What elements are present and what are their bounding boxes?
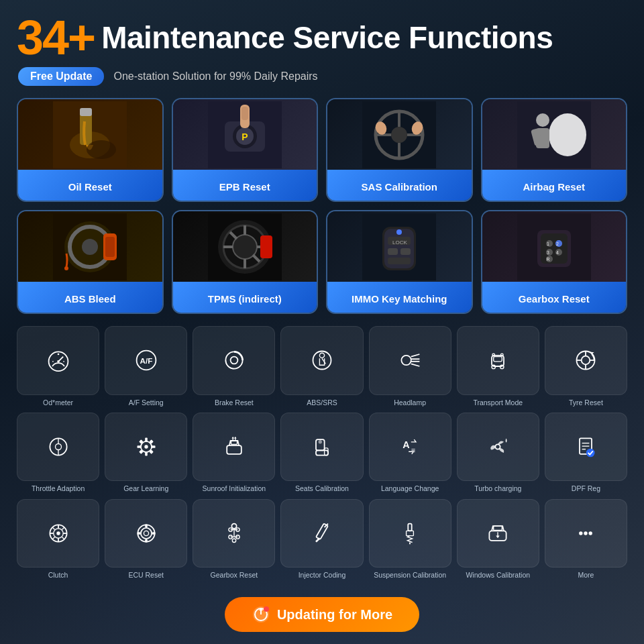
- card-label-gearbox: Gearbox Reset: [482, 282, 627, 314]
- svg-rect-118: [316, 450, 328, 455]
- svg-point-89: [501, 354, 504, 356]
- svg-point-88: [492, 354, 495, 356]
- svg-point-123: [496, 444, 500, 449]
- svg-point-78: [319, 353, 324, 358]
- svg-rect-49: [400, 248, 411, 255]
- icon-label-transport: Transport Mode: [473, 398, 523, 407]
- icon-cell-seats[interactable]: Seats Calibration: [280, 413, 363, 494]
- icon-cell-windows[interactable]: Windows Calibration: [457, 499, 539, 580]
- svg-rect-111: [227, 445, 241, 454]
- icon-row-3: Clutch ECU Reset: [17, 499, 627, 580]
- svg-rect-48: [388, 248, 398, 255]
- icon-cell-brake[interactable]: Brake Reset: [193, 326, 275, 407]
- icon-label-headlamp: Headlamp: [394, 398, 426, 407]
- svg-point-102: [144, 445, 148, 448]
- icon-cell-af[interactable]: A/F A/F Setting: [105, 326, 187, 407]
- card-image-abs: [18, 211, 162, 282]
- svg-rect-161: [408, 523, 411, 531]
- icon-cell-abs-srs[interactable]: ABS/SRS: [280, 326, 363, 407]
- icon-label-dpf: DPF Reg: [572, 484, 600, 493]
- icon-bg-abs-srs: [280, 326, 363, 395]
- icon-bg-tyre: [545, 326, 627, 395]
- icon-row-1: Od*meter A/F A/F Setting: [17, 326, 627, 407]
- free-update-badge: Free Update: [18, 67, 104, 86]
- icon-cell-gear[interactable]: Gear Learning: [105, 413, 187, 494]
- card-tpms[interactable]: TPMS (indirect): [172, 210, 319, 314]
- icon-cell-turbo[interactable]: Turbo charging: [457, 413, 539, 494]
- icon-cell-dpf[interactable]: DPF Reg: [545, 413, 627, 494]
- card-image-sas: [327, 99, 472, 170]
- svg-rect-85: [494, 357, 502, 362]
- svg-point-29: [82, 239, 98, 255]
- svg-point-91: [582, 356, 590, 365]
- svg-point-128: [586, 449, 595, 458]
- icon-cell-transport[interactable]: Transport Mode: [457, 326, 539, 407]
- svg-point-23: [536, 113, 549, 127]
- svg-rect-165: [494, 526, 502, 530]
- svg-rect-145: [152, 532, 156, 535]
- svg-rect-11: [241, 107, 248, 120]
- card-sas[interactable]: SAS Calibration: [326, 98, 473, 202]
- icon-cell-injector[interactable]: Injector Coding: [280, 499, 363, 580]
- icon-cell-odometer[interactable]: Od*meter: [17, 326, 99, 407]
- card-airbag[interactable]: Airbag Reset: [481, 98, 628, 202]
- icon-bg-brake: [193, 326, 275, 395]
- update-icon: [252, 605, 270, 624]
- svg-line-136: [52, 527, 55, 530]
- feature-count: 34+: [17, 13, 95, 62]
- icon-cell-clutch[interactable]: Clutch: [17, 499, 99, 580]
- icon-label-af: A/F Setting: [129, 398, 164, 407]
- card-image-tpms: [173, 211, 317, 282]
- svg-text:A: A: [402, 439, 410, 450]
- svg-text:A/F: A/F: [140, 356, 152, 365]
- icon-cell-suspension[interactable]: Suspension Calibration: [369, 499, 451, 580]
- svg-point-4: [87, 140, 116, 159]
- icon-label-windows: Windows Calibration: [466, 571, 530, 580]
- icon-bg-af: A/F: [105, 326, 187, 395]
- svg-point-154: [231, 523, 236, 528]
- svg-rect-142: [145, 524, 148, 527]
- svg-text:≡: ≡: [411, 446, 415, 454]
- icon-cell-language[interactable]: A ≡ Language Change: [369, 413, 451, 494]
- card-oil-reset[interactable]: Oil Reset: [17, 98, 164, 202]
- svg-text:P: P: [241, 131, 248, 142]
- svg-line-83: [411, 364, 420, 367]
- svg-point-169: [584, 531, 588, 535]
- main-title: Maintenance Service Functions: [101, 22, 553, 53]
- icon-label-brake: Brake Reset: [215, 398, 254, 407]
- card-gearbox[interactable]: 1 2 3 4 R Gearbox Reset: [481, 210, 628, 314]
- icon-label-language: Language Change: [381, 484, 439, 493]
- card-image-gearbox: 1 2 3 4 R: [482, 211, 627, 282]
- icon-cell-more[interactable]: More: [545, 499, 627, 580]
- update-button[interactable]: Updating for More: [225, 597, 419, 632]
- icon-cell-sunroof[interactable]: Sunroof Initialization: [193, 413, 275, 494]
- svg-rect-55: [541, 233, 568, 264]
- card-immo[interactable]: LOCK IMMO Key Matching: [326, 210, 473, 314]
- icon-cell-throttle[interactable]: Throttle Adaption: [17, 413, 99, 494]
- svg-rect-103: [145, 438, 148, 442]
- card-label-epb: EPB Reset: [173, 170, 317, 202]
- icon-cell-headlamp[interactable]: Headlamp: [369, 326, 451, 407]
- icon-cell-tyre[interactable]: Tyre Reset: [545, 326, 627, 407]
- icon-label-odometer: Od*meter: [43, 398, 73, 407]
- svg-point-156: [232, 539, 235, 542]
- icon-cell-ecu[interactable]: ECU Reset: [105, 499, 187, 580]
- icon-label-ecu: ECU Reset: [128, 571, 164, 580]
- card-epb-reset[interactable]: P EPB Reset: [172, 98, 319, 202]
- svg-point-131: [56, 531, 60, 535]
- svg-rect-3: [80, 108, 92, 116]
- icon-label-abs-srs: ABS/SRS: [307, 398, 337, 407]
- svg-point-72: [57, 354, 59, 356]
- svg-point-51: [396, 229, 402, 235]
- icon-label-sunroof: Sunroof Initialization: [203, 484, 266, 493]
- svg-text:2: 2: [556, 241, 559, 246]
- card-image-immo: LOCK: [327, 211, 472, 282]
- svg-rect-106: [151, 445, 155, 448]
- svg-rect-105: [137, 445, 141, 448]
- icon-cell-gearbox2[interactable]: Gearbox Reset: [193, 499, 275, 580]
- svg-marker-115: [231, 437, 234, 439]
- svg-text:4: 4: [556, 250, 559, 255]
- subtitle-text: One-station Solution for 99% Daily Repai…: [113, 70, 317, 83]
- icon-label-injector: Injector Coding: [299, 571, 346, 580]
- card-abs[interactable]: ABS Bleed: [17, 210, 164, 314]
